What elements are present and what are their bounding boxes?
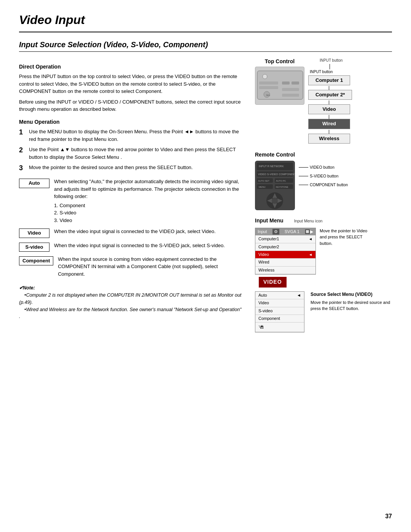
menu-op-title: Menu Operation [19, 118, 244, 126]
flow-video: Video [308, 104, 350, 114]
top-control-section: Top Control SEL [255, 58, 392, 144]
auto-list-1: 1. Component [54, 202, 244, 209]
step-text-2: Use the Point ▲▼ buttons to move the red… [29, 146, 244, 161]
input-menu-label: Input Menu [255, 217, 284, 225]
video-btn-line [299, 167, 308, 168]
source-row-auto: Auto ◄ [255, 292, 304, 299]
badge-row-auto: Auto When selecting "Auto," the projecto… [19, 178, 244, 224]
svg-rect-5 [292, 81, 299, 85]
badge-auto: Auto [19, 179, 49, 188]
badge-row-svideo: S-video When the video input signal is c… [19, 242, 244, 252]
auto-list-2: 2. S-video [54, 209, 244, 217]
top-control-label: Top Control [265, 58, 295, 66]
note-section: ✔Note: •Computer 2 is not displayed when… [19, 284, 244, 320]
source-select-pointer-text: Move the pointer to the desired source a… [311, 299, 392, 312]
flow-computer1: Computer 1 [308, 75, 350, 85]
source-select-right: Source Select Menu (VIDEO) Move the poin… [311, 291, 392, 312]
direct-op-title: Direct Operation [19, 63, 244, 71]
right-column: Top Control SEL [255, 58, 392, 332]
source-select-menu-label: Source Select Menu (VIDEO) [311, 291, 392, 298]
flow-wired: Wired [308, 119, 350, 129]
svg-text:MENU: MENU [259, 186, 266, 188]
step-num-3: 3 [19, 163, 26, 173]
input-menu-header-row: Input Menu Input Menu icon [255, 217, 392, 226]
input-menu-row-2: Video ◄ [255, 251, 315, 259]
component-button-label: COMPONENT button [299, 182, 348, 188]
auto-list: 1. Component 2. S-video 3. Video [54, 202, 244, 224]
badge-video-desc: When the video input signal is connected… [54, 228, 216, 235]
badge-component: Component [19, 256, 53, 265]
badge-row-video: Video When the video input signal is con… [19, 228, 244, 238]
arrow-1 [329, 86, 329, 90]
svg-text:VIDEO S-VIDEO COMPONENT: VIDEO S-VIDEO COMPONENT [258, 173, 295, 176]
arrow-3 [329, 115, 329, 119]
menu-op-step-3: 3 Move the pointer to the desired source… [19, 164, 244, 173]
input-menu-row-0: Computer1 ◄ [255, 235, 315, 243]
page-title: Video Input [19, 11, 392, 32]
svg-text:AUTO SET: AUTO SET [258, 180, 269, 182]
svg-point-1 [263, 74, 267, 79]
video-button-label: VIDEO button [299, 165, 348, 170]
header-icons: 🔲▶ [305, 229, 313, 235]
svg-rect-6 [282, 88, 299, 91]
source-row-video: Video [255, 299, 304, 307]
arrow-4 [329, 130, 329, 134]
direct-op-para1: Press the INPUT button on the top contro… [19, 73, 244, 95]
source-select-area: Auto ◄ Video S-video Component [255, 291, 392, 332]
projector-svg: SEL [255, 67, 304, 105]
input-menu-row-1: Computer2 [255, 243, 315, 251]
note-item-1: •Computer 2 is not displayed when the CO… [19, 292, 241, 305]
svg-text:INPUT R NETWORK: INPUT R NETWORK [259, 165, 284, 168]
menu-op-step-1: 1 Use the MENU button to display the On-… [19, 128, 244, 143]
section-title: Input Source Selection (Video, S-Video, … [19, 39, 392, 52]
source-row-icon: 🖲 [255, 323, 304, 332]
input-menu-row-3: Wired [255, 259, 315, 266]
remote-control-label: Remote Control [255, 151, 392, 159]
svideo-btn-line [299, 176, 308, 176]
step-num-2: 2 [19, 145, 26, 161]
badge-component-desc: When the input source is coming from vid… [58, 256, 244, 278]
auto-list-3: 3. Video [54, 217, 244, 224]
remote-svg: INPUT R NETWORK VIDEO S-VIDEO COMPONENT … [255, 161, 295, 210]
badge-row-component: Component When the input source is comin… [19, 256, 244, 278]
source-select-box: Auto ◄ Video S-video Component [255, 291, 304, 332]
svg-text:KEYSTONE: KEYSTONE [276, 186, 288, 188]
badge-svideo: S-video [19, 243, 49, 252]
badge-video: Video [19, 228, 49, 238]
svg-text:SEL: SEL [266, 94, 271, 96]
direct-op-para2: Before using the INPUT or VIDEO / S-VIDE… [19, 98, 244, 113]
svg-rect-4 [282, 81, 290, 85]
source-row-component: Component [255, 315, 304, 323]
remote-area: INPUT R NETWORK VIDEO S-VIDEO COMPONENT … [255, 161, 392, 210]
input-menu-icon-label: Input Menu icon [294, 218, 323, 224]
remote-control-section: Remote Control INPUT R NETWORK VIDEO S-V… [255, 151, 392, 211]
svg-rect-3 [259, 86, 278, 89]
page-number: 37 [385, 512, 392, 521]
step-text-1: Use the MENU button to display the On-Sc… [29, 128, 244, 143]
arrow-2 [329, 101, 329, 104]
step-num-1: 1 [19, 127, 26, 143]
flow-computer2: Computer 2* [308, 90, 352, 100]
note-title: ✔Note: [19, 285, 35, 291]
input-menu-area: Input ⚙ SVGA 1 🔲▶ Computer1 ◄ Computer2 … [255, 228, 392, 275]
input-menu-header-bar: Input ⚙ SVGA 1 🔲▶ [255, 228, 315, 235]
source-select-icon: 🖲 [258, 323, 264, 331]
svg-rect-2 [259, 81, 278, 85]
arrow-from-annotation [330, 64, 330, 69]
badge-auto-desc: When selecting "Auto," the projector aut… [54, 178, 244, 224]
left-column: Direct Operation Press the INPUT button … [19, 58, 244, 332]
input-menu-icon-block: ⚙ [272, 229, 279, 235]
svg-point-28 [272, 198, 278, 204]
top-right-area: Top Control SEL [255, 58, 392, 144]
remote-labels: VIDEO button S-VIDEO button COMPONENT bu… [299, 161, 348, 187]
svg-rect-7 [282, 94, 299, 97]
badge-svideo-desc: When the video input signal is connected… [54, 242, 225, 249]
input-btn-label: INPUT button [320, 58, 342, 63]
flow-wireless: Wireless [308, 134, 350, 144]
projector-area: Top Control SEL [255, 58, 304, 105]
comp-btn-line [299, 185, 308, 185]
flow-section: Computer 1 Computer 2* Video Wired [308, 75, 352, 144]
menu-op-step-2: 2 Use the Point ▲▼ buttons to move the r… [19, 146, 244, 161]
video-badge: VIDEO [259, 277, 287, 288]
note-item-2: •Wired and Wireless are for the Network … [19, 307, 242, 320]
